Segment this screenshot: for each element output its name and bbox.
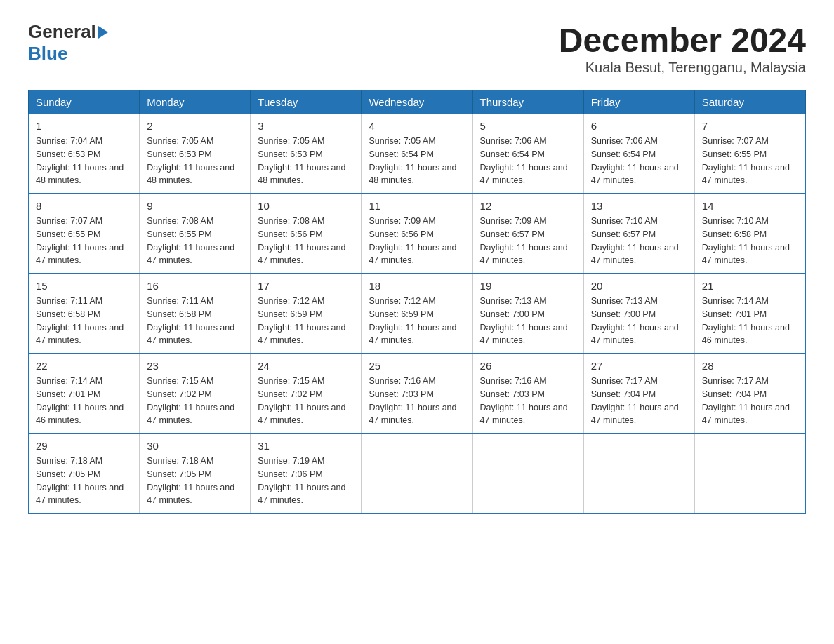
sunrise-label: Sunrise: 7:09 AM <box>369 216 435 226</box>
day-info: Sunrise: 7:06 AM Sunset: 6:54 PM Dayligh… <box>480 135 576 187</box>
sunset-label: Sunset: 6:53 PM <box>147 149 211 159</box>
sunset-label: Sunset: 6:54 PM <box>480 149 545 159</box>
day-number: 16 <box>147 280 243 292</box>
daylight-label: Daylight: 11 hours and 47 minutes. <box>591 403 679 426</box>
header-tuesday: Tuesday <box>251 90 362 114</box>
calendar-day-cell: 23 Sunrise: 7:15 AM Sunset: 7:02 PM Dayl… <box>140 354 251 434</box>
day-info: Sunrise: 7:15 AM Sunset: 7:02 PM Dayligh… <box>258 375 354 427</box>
sunrise-label: Sunrise: 7:07 AM <box>702 136 769 146</box>
daylight-label: Daylight: 11 hours and 47 minutes. <box>258 243 345 266</box>
daylight-label: Daylight: 11 hours and 47 minutes. <box>258 483 345 506</box>
daylight-label: Daylight: 11 hours and 48 minutes. <box>36 163 124 186</box>
calendar-day-cell: 4 Sunrise: 7:05 AM Sunset: 6:54 PM Dayli… <box>362 114 472 194</box>
day-info: Sunrise: 7:17 AM Sunset: 7:04 PM Dayligh… <box>591 375 687 427</box>
calendar-title: December 2024 <box>559 21 806 60</box>
sunset-label: Sunset: 7:04 PM <box>702 389 767 399</box>
calendar-day-cell <box>694 434 805 514</box>
calendar-day-cell: 10 Sunrise: 7:08 AM Sunset: 6:56 PM Dayl… <box>251 194 362 274</box>
daylight-label: Daylight: 11 hours and 48 minutes. <box>147 163 234 186</box>
sunrise-label: Sunrise: 7:17 AM <box>702 376 769 386</box>
calendar-day-cell: 25 Sunrise: 7:16 AM Sunset: 7:03 PM Dayl… <box>362 354 472 434</box>
day-info: Sunrise: 7:07 AM Sunset: 6:55 PM Dayligh… <box>702 135 798 187</box>
daylight-label: Daylight: 11 hours and 48 minutes. <box>258 163 345 186</box>
day-number: 19 <box>480 280 576 292</box>
day-info: Sunrise: 7:06 AM Sunset: 6:54 PM Dayligh… <box>591 135 687 187</box>
day-number: 17 <box>258 280 354 292</box>
calendar-day-cell: 9 Sunrise: 7:08 AM Sunset: 6:55 PM Dayli… <box>140 194 251 274</box>
calendar-day-cell: 7 Sunrise: 7:07 AM Sunset: 6:55 PM Dayli… <box>694 114 805 194</box>
daylight-label: Daylight: 11 hours and 47 minutes. <box>591 163 679 186</box>
sunrise-label: Sunrise: 7:13 AM <box>591 296 658 306</box>
sunrise-label: Sunrise: 7:12 AM <box>369 296 435 306</box>
day-number: 22 <box>36 360 132 372</box>
day-number: 8 <box>36 200 132 212</box>
day-number: 9 <box>147 200 243 212</box>
day-info: Sunrise: 7:10 AM Sunset: 6:57 PM Dayligh… <box>591 215 687 267</box>
day-info: Sunrise: 7:14 AM Sunset: 7:01 PM Dayligh… <box>36 375 132 427</box>
calendar-day-cell: 29 Sunrise: 7:18 AM Sunset: 7:05 PM Dayl… <box>29 434 140 514</box>
calendar-day-cell: 26 Sunrise: 7:16 AM Sunset: 7:03 PM Dayl… <box>472 354 583 434</box>
day-info: Sunrise: 7:16 AM Sunset: 7:03 PM Dayligh… <box>480 375 576 427</box>
sunset-label: Sunset: 6:59 PM <box>369 309 433 319</box>
sunrise-label: Sunrise: 7:12 AM <box>258 296 324 306</box>
sunrise-label: Sunrise: 7:05 AM <box>369 136 435 146</box>
sunrise-label: Sunrise: 7:05 AM <box>258 136 324 146</box>
calendar-day-cell <box>472 434 583 514</box>
logo-general-text: General <box>28 21 96 43</box>
day-number: 12 <box>480 200 576 212</box>
day-number: 30 <box>147 440 243 452</box>
daylight-label: Daylight: 11 hours and 47 minutes. <box>480 243 568 266</box>
sunrise-label: Sunrise: 7:18 AM <box>147 456 213 466</box>
calendar-day-cell <box>583 434 694 514</box>
day-number: 20 <box>591 280 687 292</box>
day-number: 7 <box>702 120 798 132</box>
page-header: General Blue December 2024 Kuala Besut, … <box>28 21 806 76</box>
sunset-label: Sunset: 7:05 PM <box>147 469 211 479</box>
day-info: Sunrise: 7:09 AM Sunset: 6:56 PM Dayligh… <box>369 215 465 267</box>
sunrise-label: Sunrise: 7:16 AM <box>480 376 547 386</box>
day-number: 28 <box>702 360 798 372</box>
calendar-day-cell: 30 Sunrise: 7:18 AM Sunset: 7:05 PM Dayl… <box>140 434 251 514</box>
daylight-label: Daylight: 11 hours and 46 minutes. <box>702 323 790 346</box>
calendar-week-row: 22 Sunrise: 7:14 AM Sunset: 7:01 PM Dayl… <box>29 354 806 434</box>
calendar-day-cell: 11 Sunrise: 7:09 AM Sunset: 6:56 PM Dayl… <box>362 194 472 274</box>
day-info: Sunrise: 7:05 AM Sunset: 6:54 PM Dayligh… <box>369 135 465 187</box>
daylight-label: Daylight: 11 hours and 47 minutes. <box>147 243 234 266</box>
daylight-label: Daylight: 11 hours and 47 minutes. <box>702 243 790 266</box>
sunset-label: Sunset: 6:57 PM <box>480 229 545 239</box>
calendar-week-row: 29 Sunrise: 7:18 AM Sunset: 7:05 PM Dayl… <box>29 434 806 514</box>
sunrise-label: Sunrise: 7:06 AM <box>480 136 547 146</box>
calendar-day-cell: 31 Sunrise: 7:19 AM Sunset: 7:06 PM Dayl… <box>251 434 362 514</box>
header-monday: Monday <box>140 90 251 114</box>
day-number: 24 <box>258 360 354 372</box>
daylight-label: Daylight: 11 hours and 47 minutes. <box>36 323 124 346</box>
sunset-label: Sunset: 6:55 PM <box>147 229 211 239</box>
sunrise-label: Sunrise: 7:07 AM <box>36 216 102 226</box>
day-info: Sunrise: 7:18 AM Sunset: 7:05 PM Dayligh… <box>147 455 243 507</box>
sunrise-label: Sunrise: 7:16 AM <box>369 376 435 386</box>
sunrise-label: Sunrise: 7:10 AM <box>702 216 769 226</box>
calendar-day-cell: 24 Sunrise: 7:15 AM Sunset: 7:02 PM Dayl… <box>251 354 362 434</box>
sunset-label: Sunset: 7:00 PM <box>480 309 545 319</box>
day-info: Sunrise: 7:12 AM Sunset: 6:59 PM Dayligh… <box>258 295 354 347</box>
sunset-label: Sunset: 6:54 PM <box>369 149 433 159</box>
header-wednesday: Wednesday <box>362 90 472 114</box>
sunrise-label: Sunrise: 7:14 AM <box>702 296 769 306</box>
sunset-label: Sunset: 6:58 PM <box>36 309 100 319</box>
sunset-label: Sunset: 6:55 PM <box>36 229 100 239</box>
sunrise-label: Sunrise: 7:10 AM <box>591 216 658 226</box>
calendar-day-cell: 14 Sunrise: 7:10 AM Sunset: 6:58 PM Dayl… <box>694 194 805 274</box>
calendar-day-cell: 8 Sunrise: 7:07 AM Sunset: 6:55 PM Dayli… <box>29 194 140 274</box>
calendar-day-cell: 13 Sunrise: 7:10 AM Sunset: 6:57 PM Dayl… <box>583 194 694 274</box>
day-number: 21 <box>702 280 798 292</box>
calendar-day-cell: 19 Sunrise: 7:13 AM Sunset: 7:00 PM Dayl… <box>472 274 583 354</box>
daylight-label: Daylight: 11 hours and 47 minutes. <box>36 243 124 266</box>
calendar-day-cell: 5 Sunrise: 7:06 AM Sunset: 6:54 PM Dayli… <box>472 114 583 194</box>
day-info: Sunrise: 7:11 AM Sunset: 6:58 PM Dayligh… <box>147 295 243 347</box>
calendar-day-cell: 22 Sunrise: 7:14 AM Sunset: 7:01 PM Dayl… <box>29 354 140 434</box>
sunrise-label: Sunrise: 7:15 AM <box>147 376 213 386</box>
sunset-label: Sunset: 7:05 PM <box>36 469 100 479</box>
weekday-header-row: Sunday Monday Tuesday Wednesday Thursday… <box>29 90 806 114</box>
sunset-label: Sunset: 7:00 PM <box>591 309 656 319</box>
calendar-day-cell: 21 Sunrise: 7:14 AM Sunset: 7:01 PM Dayl… <box>694 274 805 354</box>
